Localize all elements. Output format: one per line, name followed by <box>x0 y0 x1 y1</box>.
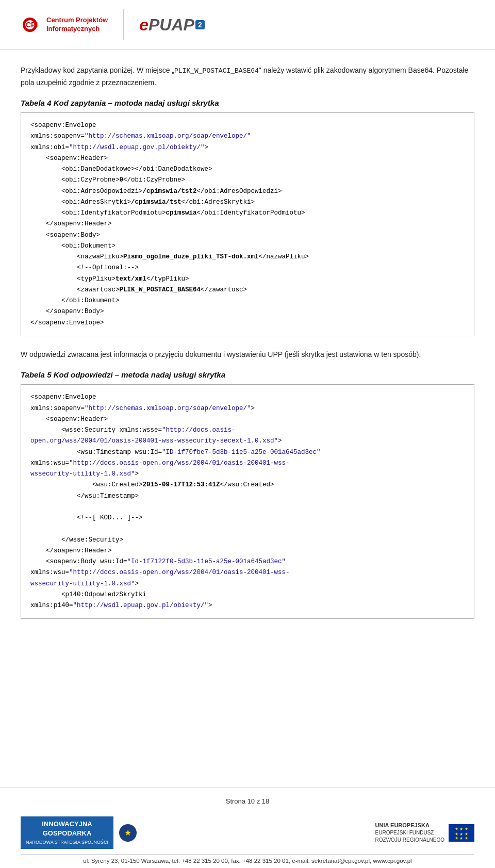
eu-stars: ★ <box>119 824 137 842</box>
body-text: W odpowiedzi zwracana jest informacja o … <box>21 349 474 360</box>
epuap-logo-text: ePUAP <box>139 15 194 35</box>
innowacyjna-subtitle: GOSPODARKA <box>26 829 108 838</box>
footer-address: ul. Syreny 23, 01-150 Warszawa, tel. +48… <box>21 854 474 868</box>
epuap-logo: ePUAP 2 <box>139 15 205 35</box>
epuap-badge: 2 <box>195 20 205 29</box>
eu-flag-icon: ★ ★ ★ ★ ★ ★ ★ ★ ★ <box>449 824 474 842</box>
intro-text: Przykładowy kod zapytania poniżej. W mie… <box>21 64 474 88</box>
page-number: Strona 10 z 18 <box>21 793 474 811</box>
innowacyjna-title: INNOWACYJNA <box>26 820 108 829</box>
code-block-2: <soapenv:Envelope xmlns:soapenv="http://… <box>21 384 474 619</box>
svg-text:★ ★ ★: ★ ★ ★ <box>455 827 468 831</box>
footer: Strona 10 z 18 INNOWACYJNA GOSPODARKA NA… <box>0 788 495 868</box>
eu-logo: UNIA EUROPEJSKA EUROPEJSKI FUNDUSZ ROZWO… <box>375 822 474 844</box>
code-block-1: <soapenv:Envelope xmlns:soapenv="http://… <box>21 112 474 336</box>
footer-logos: INNOWACYJNA GOSPODARKA NARODOWA STRATEGI… <box>21 811 474 854</box>
cpi-logo-text: Centrum Projektów Informatycznych <box>46 16 108 34</box>
header: CPI Centrum Projektów Informatycznych eP… <box>0 0 495 50</box>
table4-title: Tabela 4 Kod zapytania – motoda nadaj us… <box>21 99 474 107</box>
svg-text:★: ★ <box>124 828 131 837</box>
svg-text:★ ★ ★: ★ ★ ★ <box>455 836 468 841</box>
cpi-logo: CPI Centrum Projektów Informatycznych <box>21 13 108 36</box>
eu-circle-icon: ★ <box>119 824 137 842</box>
main-content: Przykładowy kod zapytania poniżej. W mie… <box>0 50 495 788</box>
innowacyjna-logo: INNOWACYJNA GOSPODARKA NARODOWA STRATEGI… <box>21 816 137 849</box>
svg-text:CPI: CPI <box>26 21 38 29</box>
table5-title: Tabela 5 Kod odpowiedzi – metoda nadaj u… <box>21 370 474 379</box>
innowacyjna-sub: NARODOWA STRATEGIA SPÓJNOŚCI <box>26 839 108 846</box>
header-divider <box>123 9 124 40</box>
eu-text: UNIA EUROPEJSKA EUROPEJSKI FUNDUSZ ROZWO… <box>375 822 444 844</box>
cpi-icon: CPI <box>21 13 43 36</box>
innowacyjna-box: INNOWACYJNA GOSPODARKA NARODOWA STRATEGI… <box>21 816 113 849</box>
page: CPI Centrum Projektów Informatycznych eP… <box>0 0 495 868</box>
